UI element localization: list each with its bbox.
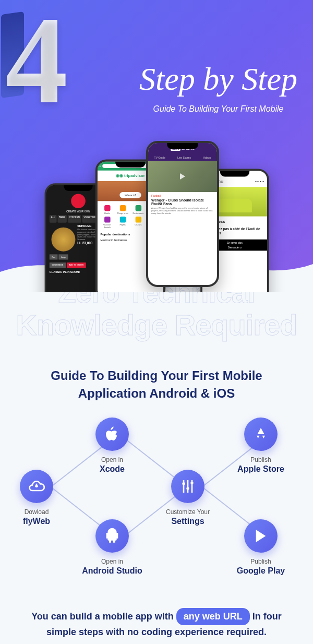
zero-section: Zero Technical Knowledge Required Guide … [0, 277, 313, 402]
phone-mockups: CREATE YOUR OWN ALL BEEF CHICKEN VEGETAR… [0, 130, 313, 292]
apple-icon [95, 418, 129, 451]
node-settings: Customize Your Settings [156, 470, 219, 526]
search-pill: Where to? [119, 192, 141, 198]
bein-tabs: TV Guide Live Scores Videos [148, 154, 217, 161]
app-store-icon [244, 418, 278, 451]
phone-notch [167, 143, 198, 149]
phone-bein: beINSPORTS TV Guide Live Scores Videos F… [146, 141, 219, 287]
node-download: Dowload flyWeb [5, 470, 68, 526]
cloud-download-icon [20, 470, 53, 503]
pizzahut-logo-icon [71, 194, 86, 208]
svg-point-1 [186, 487, 189, 490]
svg-point-0 [182, 482, 185, 485]
android-icon [95, 519, 129, 553]
hero-section: 4 Step by Step Guide To Building Your Fi… [0, 0, 313, 292]
guide-heading: Guide To Building Your First Mobile Appl… [16, 367, 297, 402]
hero-title: Step by Step [139, 63, 297, 95]
hero-number: 4 [5, 0, 68, 123]
article-category: Football [151, 194, 214, 197]
node-xcode: Open in Xcode [81, 418, 143, 474]
video-hero [148, 161, 217, 192]
phone-notch [115, 161, 146, 168]
process-diagram: Dowload flyWeb Open in Xcode Open in And… [10, 418, 303, 590]
node-apple-store: Publish Apple Store [230, 418, 292, 474]
hero-subtitle: Guide To Building Your First Mobile [139, 104, 297, 114]
pizza-image-icon [51, 228, 75, 252]
home-icon: ⌂ [99, 164, 101, 168]
sliders-icon [171, 470, 204, 503]
phone-screen: beINSPORTS TV Guide Live Scores Videos F… [148, 143, 217, 285]
article-body: Arsene Wenger has had his say on the rec… [151, 207, 214, 215]
audi-logo-icon: ⚬⚬⚬⚬ [255, 180, 264, 183]
node-android: Open in Android Studio [81, 519, 143, 576]
play-icon [180, 173, 185, 180]
url-pill: any web URL [176, 608, 250, 625]
phone-notch [220, 171, 249, 176]
hero-title-block: Step by Step Guide To Building Your Firs… [139, 63, 297, 114]
article-headline: Wenger - Clubs Should Isolate Racist Fan… [151, 198, 214, 206]
bottom-copy: You can build a mobile app with any web … [0, 590, 313, 639]
google-play-icon [244, 519, 278, 553]
node-google-play: Publish Google Play [230, 519, 292, 576]
svg-point-2 [190, 482, 193, 484]
phone-notch [64, 185, 92, 191]
